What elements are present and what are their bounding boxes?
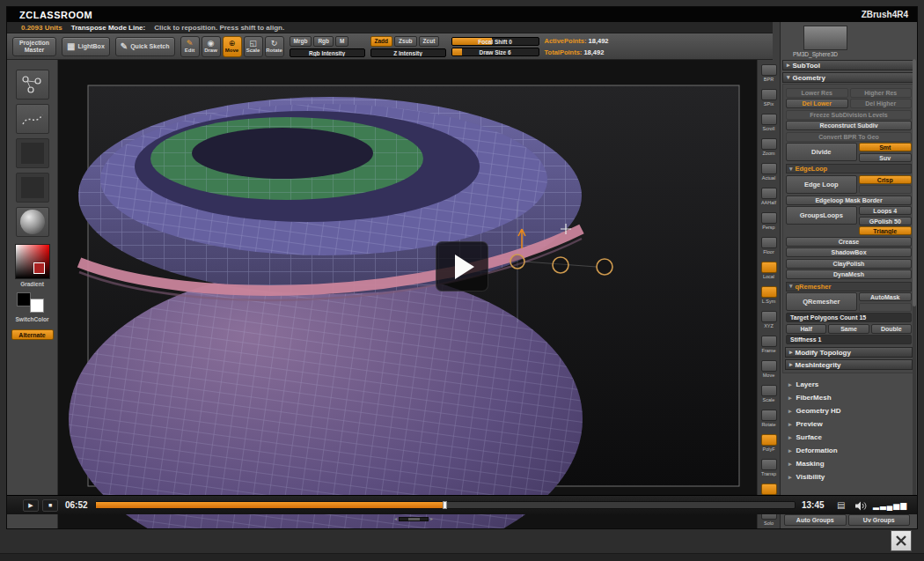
same-button[interactable]: Same bbox=[828, 324, 869, 334]
collapsed-section-row[interactable]: ▸ FiberMesh bbox=[781, 391, 917, 404]
half-button[interactable]: Half bbox=[786, 324, 826, 334]
quick-sketch-button[interactable]: ✎ Quick Sketch bbox=[115, 37, 175, 56]
mini-scrollbar-track[interactable] bbox=[399, 517, 429, 521]
gpolish-slider[interactable]: GPolish 50 bbox=[859, 217, 912, 225]
play-button[interactable]: ▶ bbox=[23, 499, 39, 512]
m-toggle[interactable]: M bbox=[335, 36, 348, 47]
right-shelf-button[interactable]: Local bbox=[758, 258, 780, 283]
secondary-color-swatch[interactable] bbox=[30, 299, 44, 313]
right-shelf-button[interactable]: Scale bbox=[758, 381, 780, 406]
edge-loop-button[interactable]: Edge Loop bbox=[786, 175, 857, 194]
right-shelf-button[interactable]: XYZ bbox=[758, 307, 780, 332]
right-shelf-button[interactable]: Scroll bbox=[758, 110, 780, 135]
uv-groups-button[interactable]: Uv Groups bbox=[848, 514, 911, 526]
progress-handle[interactable] bbox=[443, 501, 447, 509]
suv-toggle[interactable]: Suv bbox=[859, 153, 912, 162]
scroll-left-icon[interactable]: ◂ bbox=[394, 515, 397, 522]
collapsed-section-row[interactable]: ▸ Masking bbox=[781, 457, 917, 470]
lightbox-button[interactable]: ▦ LightBox bbox=[62, 37, 110, 56]
right-shelf-button[interactable]: Rotate bbox=[758, 406, 780, 431]
stop-button[interactable]: ■ bbox=[42, 499, 58, 512]
color-picker[interactable] bbox=[15, 244, 50, 279]
divide-button[interactable]: Divide bbox=[786, 143, 857, 161]
auto-groups-button[interactable]: Auto Groups bbox=[784, 514, 847, 526]
higher-res-button[interactable]: Higher Res bbox=[850, 88, 913, 98]
texture-slot-button[interactable] bbox=[16, 173, 49, 203]
mini-scrollbar-handle[interactable] bbox=[408, 518, 420, 520]
collapsed-section-row[interactable]: ▸ Visibility bbox=[781, 470, 917, 483]
notes-icon[interactable]: ▤ bbox=[837, 499, 845, 512]
mini-scrollbar[interactable]: ◂ ▸ bbox=[394, 515, 433, 522]
right-shelf-button[interactable]: SPix bbox=[758, 85, 780, 110]
right-shelf-button[interactable]: Frame bbox=[758, 332, 780, 357]
double-button[interactable]: Double bbox=[871, 324, 912, 334]
play-overlay-button[interactable] bbox=[436, 241, 488, 292]
transpose-handle-start[interactable] bbox=[510, 255, 524, 269]
qremesher-option-toggle[interactable] bbox=[859, 303, 912, 312]
section-mesh-integrity[interactable]: ▸ MeshIntegrity bbox=[785, 359, 913, 370]
projection-master-button[interactable]: Projection Master bbox=[12, 37, 56, 56]
freeze-subdivision-button[interactable]: Freeze SubDivision Levels bbox=[786, 110, 912, 120]
transpose-handle-end[interactable] bbox=[597, 259, 612, 275]
section-geometry[interactable]: ▾ Geometry bbox=[782, 72, 915, 83]
section-modify-topology[interactable]: ▸ Modify Topology bbox=[785, 347, 913, 358]
progress-bar[interactable] bbox=[95, 501, 796, 509]
transpose-handle-mid[interactable] bbox=[553, 257, 568, 273]
crease-button[interactable]: Crease bbox=[786, 237, 912, 247]
groupsloops-button[interactable]: GroupsLoops bbox=[786, 206, 857, 225]
stroke-button[interactable] bbox=[16, 104, 49, 134]
right-shelf-button[interactable]: Actual bbox=[758, 159, 780, 184]
right-shelf-button[interactable]: PolyF bbox=[758, 431, 780, 455]
collapsed-section-row[interactable]: ▸ Layers bbox=[781, 378, 917, 391]
material-button[interactable] bbox=[16, 207, 49, 237]
quality-bars-icon[interactable]: ▂▃▄▅▆ bbox=[873, 499, 907, 512]
scale-button[interactable]: ◱ Scale bbox=[244, 36, 263, 57]
collapsed-section-row[interactable]: ▸ Surface bbox=[781, 431, 917, 444]
close-button[interactable] bbox=[891, 530, 912, 551]
rotate-button[interactable]: ↻ Rotate bbox=[265, 36, 284, 57]
section-subtool[interactable]: ▸ SubTool bbox=[782, 60, 915, 70]
edgeloop-option-toggle[interactable] bbox=[859, 185, 912, 194]
automask-toggle[interactable]: AutoMask bbox=[859, 292, 912, 301]
right-shelf-button[interactable]: Floor bbox=[758, 233, 780, 258]
primary-color-swatch[interactable] bbox=[17, 292, 31, 306]
volume-icon[interactable] bbox=[854, 501, 867, 511]
crisp-toggle[interactable]: Crisp bbox=[859, 175, 912, 184]
convert-bpr-button[interactable]: Convert BPR To Geo bbox=[786, 132, 912, 142]
scroll-right-icon[interactable]: ▸ bbox=[430, 515, 433, 522]
shadowbox-button[interactable]: ShadowBox bbox=[786, 247, 912, 257]
collapsed-section-row[interactable]: ▸ Deformation bbox=[781, 444, 917, 457]
target-polygons-slider[interactable]: Target Polygons Count 15 bbox=[786, 313, 912, 322]
zcut-toggle[interactable]: Zcut bbox=[419, 36, 440, 47]
del-higher-button[interactable]: Del Higher bbox=[850, 99, 913, 108]
del-lower-button[interactable]: Del Lower bbox=[786, 99, 848, 108]
smt-toggle[interactable]: Smt bbox=[859, 143, 912, 151]
rgb-toggle[interactable]: Rgb bbox=[313, 36, 334, 47]
lower-res-button[interactable]: Lower Res bbox=[786, 88, 848, 98]
draw-button[interactable]: ◉ Draw bbox=[202, 36, 221, 57]
dynamesh-button[interactable]: DynaMesh bbox=[786, 269, 912, 279]
qremesher-button[interactable]: QRemesher bbox=[786, 292, 857, 311]
collapsed-section-row[interactable]: ▸ Geometry HD bbox=[781, 404, 917, 417]
right-shelf-button[interactable]: Move bbox=[758, 357, 780, 381]
rgb-intensity-slider[interactable]: Rgb Intensity bbox=[290, 48, 365, 57]
claypolish-button[interactable]: ClayPolish bbox=[786, 259, 912, 269]
move-button[interactable]: ⊕ Move bbox=[223, 36, 242, 57]
stiffness-slider[interactable]: Stiffness 1 bbox=[786, 335, 912, 344]
right-shelf-button[interactable]: Persp bbox=[758, 209, 780, 233]
loops-slider[interactable]: Loops 4 bbox=[859, 206, 912, 215]
zsub-toggle[interactable]: Zsub bbox=[394, 36, 417, 47]
draw-size-slider[interactable]: Draw Size 6 bbox=[451, 48, 539, 56]
right-shelf-button[interactable]: Transp bbox=[758, 455, 780, 480]
focal-shift-slider[interactable]: Focal Shift 0 bbox=[451, 37, 539, 46]
reconstruct-subdiv-button[interactable]: Reconstruct Subdiv bbox=[786, 121, 912, 130]
qremesher-subheader[interactable]: ▾ qRemesher bbox=[786, 282, 912, 292]
edgeloop-mask-border-button[interactable]: Edgeloop Mask Border bbox=[786, 196, 912, 205]
right-shelf-button[interactable]: Zoom bbox=[758, 135, 780, 159]
panel-scrollbar[interactable] bbox=[913, 59, 916, 509]
triangle-toggle[interactable]: Triangle bbox=[859, 226, 912, 235]
z-intensity-slider[interactable]: Z Intensity bbox=[370, 48, 446, 57]
current-brush-button[interactable] bbox=[16, 70, 49, 100]
mrgb-toggle[interactable]: Mrgb bbox=[290, 36, 312, 47]
canvas-viewport[interactable] bbox=[58, 60, 757, 528]
